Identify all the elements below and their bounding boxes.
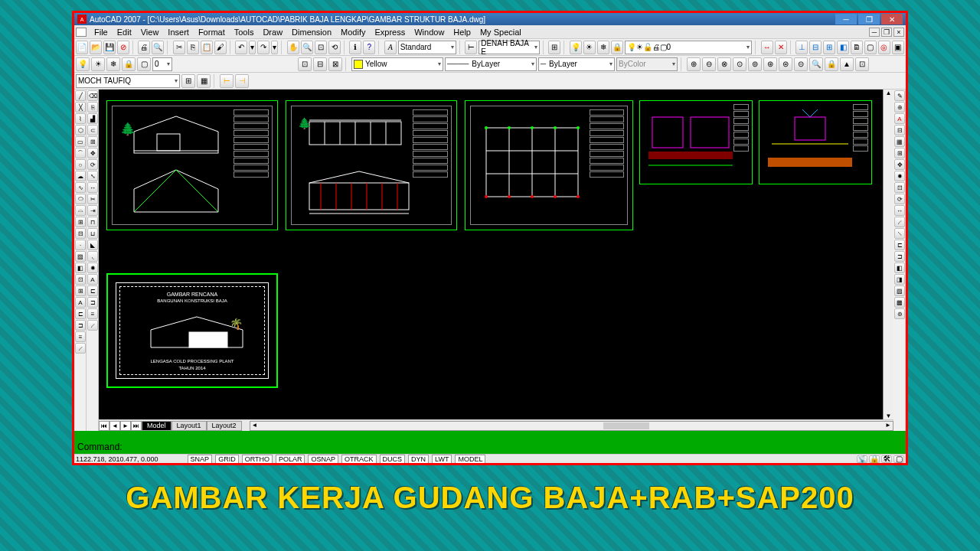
point-button[interactable]: ·	[75, 240, 86, 250]
pline-button[interactable]: ⌇	[75, 113, 86, 124]
layerwalk-button[interactable]: ⊡	[298, 57, 312, 71]
rotate-button[interactable]: ⟳	[87, 159, 98, 170]
mtext-button[interactable]: A	[75, 297, 86, 308]
drawing-sheet-title[interactable]: GAMBAR RENCANA BANGUNAN KONSTRUKSI BAJA …	[106, 273, 278, 388]
status-ortho[interactable]: ORTHO	[242, 455, 273, 464]
tray-tool-icon[interactable]: 🛠	[881, 455, 892, 463]
fillet-button[interactable]: ◟	[87, 251, 98, 262]
tab-layout1[interactable]: Layout1	[172, 421, 207, 431]
chamfer-button[interactable]: ◣	[87, 240, 98, 250]
r1-h[interactable]: ✸	[894, 171, 905, 181]
tab-last-button[interactable]: ⏭	[131, 421, 142, 431]
trim-button[interactable]: ✂	[87, 194, 98, 204]
gradient-button[interactable]: ◧	[75, 262, 86, 273]
dim-style-combo[interactable]: DENAH BAJA E	[479, 41, 539, 54]
offset-button[interactable]: ⊂	[87, 125, 98, 135]
dim-linear-button[interactable]: ↔	[761, 41, 773, 54]
mod2-button[interactable]: ⊟	[809, 41, 822, 54]
revcloud-button[interactable]: ☁	[75, 171, 86, 181]
tray-comm-icon[interactable]: 📡	[857, 455, 867, 463]
mod6-button[interactable]: ▢	[864, 41, 877, 54]
zoom-prev-button[interactable]: ⟲	[328, 41, 341, 54]
move-button[interactable]: ✥	[87, 148, 98, 158]
tab-layout2[interactable]: Layout2	[207, 421, 242, 431]
r1-r[interactable]: ▨	[894, 285, 905, 296]
ellipsearc-button[interactable]: ⌓	[75, 205, 86, 216]
array-button[interactable]: ⊞	[87, 136, 98, 147]
layer-filter-button[interactable]: ❄	[597, 41, 609, 54]
layerdel-button[interactable]: ⊛	[763, 57, 777, 71]
r1-q[interactable]: ◨	[894, 274, 905, 285]
r1-s[interactable]: ▩	[894, 297, 905, 308]
makeblk-button[interactable]: ⊟	[75, 228, 86, 239]
region-button[interactable]: ⊡	[75, 274, 86, 285]
help-button[interactable]: ?	[363, 41, 375, 54]
layeriso-button[interactable]: ⊟	[313, 57, 327, 71]
layercur-button[interactable]: ⊗	[717, 57, 731, 71]
lineweight-combo[interactable]: ─ByLayer	[538, 57, 615, 71]
menu-edit[interactable]: Edit	[113, 28, 136, 37]
layer-short-combo[interactable]: 0	[152, 57, 172, 71]
layerprev2-button[interactable]: ⊖	[702, 57, 716, 71]
menu-myspecial[interactable]: My Special	[475, 28, 526, 37]
r1-n[interactable]: ⊏	[894, 240, 905, 250]
dim-delete-button[interactable]: ✕	[775, 41, 787, 54]
r1-d[interactable]: ⊟	[894, 125, 905, 135]
layercopy-button[interactable]: ⊙	[733, 57, 746, 71]
edit-block-button[interactable]: ▦	[197, 74, 211, 88]
status-snap[interactable]: SNAP	[188, 455, 213, 464]
status-otrack[interactable]: OTRACK	[341, 455, 377, 464]
save-button[interactable]: 💾	[103, 41, 116, 54]
layerprev-button[interactable]: 💡	[76, 57, 90, 71]
circle-button[interactable]: ○	[75, 159, 86, 170]
textstyle-icon[interactable]: A	[384, 41, 397, 54]
tablestyle-icon[interactable]: ⊞	[548, 41, 560, 54]
status-polar[interactable]: POLAR	[276, 455, 305, 464]
mod5-button[interactable]: 🗎	[851, 41, 863, 54]
table-button[interactable]: ⊞	[75, 285, 86, 296]
cancel-button[interactable]: ⊘	[117, 41, 129, 54]
tray-lock-icon[interactable]: 🔒	[869, 455, 880, 463]
menu-file[interactable]: File	[90, 28, 113, 37]
status-dyn[interactable]: DYN	[408, 455, 429, 464]
tab-first-button[interactable]: ⏮	[99, 421, 109, 431]
preview-button[interactable]: 🔍	[152, 41, 164, 54]
pan-button[interactable]: ✋	[287, 41, 299, 54]
mod8-button[interactable]: ▣	[892, 41, 904, 54]
ref2-button[interactable]: ⊣	[235, 74, 249, 88]
layeroff-button[interactable]: ⊠	[328, 57, 342, 71]
status-osnap[interactable]: OSNAP	[308, 455, 338, 464]
ellipse-button[interactable]: ⬭	[75, 194, 86, 204]
mod4-button[interactable]: ◧	[837, 41, 849, 54]
mod3-button[interactable]: ⊞	[823, 41, 835, 54]
menu-express[interactable]: Express	[370, 28, 410, 37]
layerext3-button[interactable]: 🔍	[809, 57, 823, 71]
layerext6-button[interactable]: ⊡	[855, 57, 869, 71]
drawing-sheet-1[interactable]: 🌲	[106, 100, 278, 230]
insert-block-button[interactable]: ⊞	[181, 74, 195, 88]
layermatch-button[interactable]: ⊕	[687, 57, 701, 71]
status-ducs[interactable]: DUCS	[380, 455, 406, 464]
zoom-rt-button[interactable]: 🔍	[301, 41, 313, 54]
layercolor-button[interactable]: ▢	[137, 57, 151, 71]
r1-j[interactable]: ⟳	[894, 194, 905, 204]
menu-view[interactable]: View	[136, 28, 164, 37]
drawing-sheet-5[interactable]	[759, 100, 872, 184]
menu-dimension[interactable]: Dimension	[287, 28, 336, 37]
r1-t[interactable]: ⊚	[894, 308, 905, 319]
join-button[interactable]: ⊔	[87, 228, 98, 239]
layerext1-button[interactable]: ⊜	[779, 57, 792, 71]
insertblk-button[interactable]: ⊞	[75, 217, 86, 227]
explode-button[interactable]: ✸	[87, 262, 98, 273]
match-button[interactable]: 🖌	[214, 41, 227, 54]
maximize-button[interactable]: ❐	[858, 14, 880, 24]
xline-button[interactable]: ╳	[75, 102, 86, 112]
r1-b[interactable]: ⊕	[894, 102, 905, 112]
menu-window[interactable]: Window	[410, 28, 449, 37]
mod-ex4-button[interactable]: ⟋	[87, 320, 98, 331]
extend-button[interactable]: ⇥	[87, 205, 98, 216]
line-button[interactable]: ╱	[75, 90, 86, 101]
color-combo[interactable]: Yellow	[351, 57, 443, 71]
redo-button[interactable]: ↷	[257, 41, 270, 54]
mod-ex2-button[interactable]: ⊐	[87, 297, 98, 308]
